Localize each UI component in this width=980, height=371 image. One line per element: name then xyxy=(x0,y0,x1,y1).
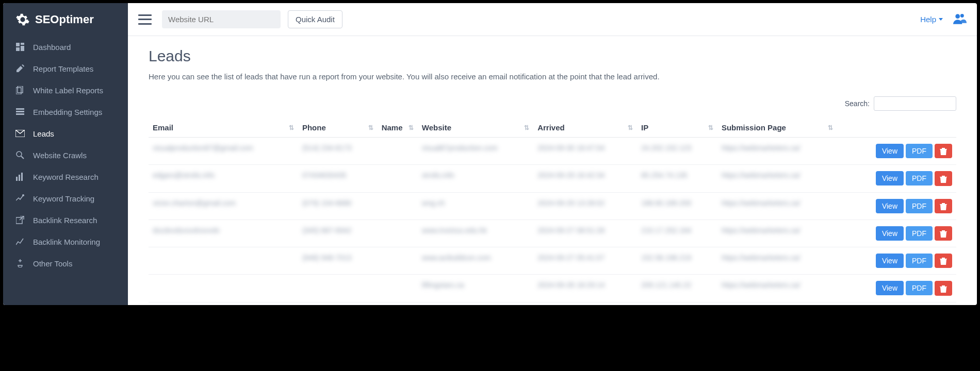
table-row: (948) 948-7013www.acibuildcon.com2024-09… xyxy=(149,247,956,275)
pdf-button[interactable]: PDF xyxy=(906,254,933,268)
sidebar-item-label: Other Tools xyxy=(33,259,72,268)
sidebar-item-white-label-reports[interactable]: White Label Reports xyxy=(3,79,128,101)
cell-arrived: 2024-09-27 05:41:07 xyxy=(533,247,637,275)
sidebar-item-label: Keyword Research xyxy=(33,173,99,181)
cell-phone xyxy=(298,275,378,302)
table-row: visualproduction87@gmail.com(514) 234-81… xyxy=(149,138,956,165)
bar-chart-icon xyxy=(15,172,25,181)
column-header[interactable]: Submission Page⇅ xyxy=(717,118,837,138)
hamburger-icon[interactable] xyxy=(138,14,152,25)
users-icon[interactable] xyxy=(953,13,967,26)
cell-ip: 152.58.198.219 xyxy=(637,247,717,275)
view-button[interactable]: View xyxy=(876,171,904,185)
cell-name xyxy=(378,165,418,192)
column-header[interactable]: Website⇅ xyxy=(418,118,533,138)
trash-icon xyxy=(940,258,947,265)
sidebar-item-leads[interactable]: Leads xyxy=(3,123,128,144)
column-label: Phone xyxy=(302,123,326,132)
view-button[interactable]: View xyxy=(876,226,904,241)
cell-website: strolis.info xyxy=(418,165,533,192)
delete-button[interactable] xyxy=(935,226,952,241)
pdf-button[interactable]: PDF xyxy=(906,144,933,158)
sidebar-item-embedding-settings[interactable]: Embedding Settings xyxy=(3,101,128,123)
svg-rect-7 xyxy=(16,111,24,112)
column-label: Name xyxy=(382,123,403,132)
view-button[interactable]: View xyxy=(876,199,904,213)
cell-name xyxy=(378,220,418,247)
help-label: Help xyxy=(920,15,936,24)
quick-audit-button[interactable]: Quick Audit xyxy=(288,10,342,28)
line-chart-icon xyxy=(15,237,25,246)
cell-arrived: 2024-09-26 18:29:14 xyxy=(533,275,637,302)
svg-point-17 xyxy=(955,14,960,19)
cell-actions: ViewPDF xyxy=(837,220,956,247)
cell-actions: ViewPDF xyxy=(837,138,956,165)
view-button[interactable]: View xyxy=(876,254,904,268)
gear-icon xyxy=(15,12,30,27)
cell-submission: https://webmarketers.ca/ xyxy=(717,220,837,247)
help-dropdown[interactable]: Help xyxy=(920,15,943,24)
trash-icon xyxy=(940,285,947,293)
cell-website: wng.ch xyxy=(418,192,533,220)
cell-actions: ViewPDF xyxy=(837,192,956,220)
sidebar-item-dashboard[interactable]: Dashboard xyxy=(3,36,128,58)
svg-rect-12 xyxy=(16,177,18,181)
brand-logo[interactable]: SEOptimer xyxy=(3,3,128,36)
delete-button[interactable] xyxy=(935,144,952,158)
sort-icon: ⇅ xyxy=(628,125,633,131)
cell-submission: https://webmarketers.ca/ xyxy=(717,138,837,165)
cell-arrived: 2024-09-27 08:51:28 xyxy=(533,220,637,247)
column-header[interactable]: Email⇅ xyxy=(149,118,298,138)
table-row: liftingstars.ca2024-09-26 18:29:14209.12… xyxy=(149,275,956,302)
delete-button[interactable] xyxy=(935,254,952,268)
sidebar-item-label: Backlink Monitoring xyxy=(33,238,100,246)
sidebar-item-backlink-monitoring[interactable]: Backlink Monitoring xyxy=(3,231,128,252)
column-header[interactable]: Phone⇅ xyxy=(298,118,378,138)
cell-ip: 209.121.140.22 xyxy=(637,275,717,302)
dashboard-icon xyxy=(15,42,25,52)
sidebar-item-keyword-research[interactable]: Keyword Research xyxy=(3,166,128,188)
column-header[interactable]: IP⇅ xyxy=(637,118,717,138)
cell-website: visual87production.com xyxy=(418,138,533,165)
cell-actions: ViewPDF xyxy=(837,165,956,192)
search-input[interactable] xyxy=(874,96,956,111)
cell-email xyxy=(149,275,298,302)
cell-arrived: 2024-09-29 16:42:34 xyxy=(533,165,637,192)
cell-arrived: 2024-09-30 18:47:04 xyxy=(533,138,637,165)
delete-button[interactable] xyxy=(935,281,952,295)
header: Quick Audit Help xyxy=(128,3,977,36)
sort-icon: ⇅ xyxy=(368,125,373,131)
view-button[interactable]: View xyxy=(876,281,904,295)
website-url-input[interactable] xyxy=(162,10,281,28)
cell-actions: ViewPDF xyxy=(837,275,956,302)
svg-rect-3 xyxy=(16,47,20,51)
sidebar-item-label: Embedding Settings xyxy=(33,108,102,116)
cell-email: victor.charton@gmail.com xyxy=(149,192,298,220)
column-header[interactable]: Name⇅ xyxy=(378,118,418,138)
column-label: IP xyxy=(641,123,648,132)
trash-icon xyxy=(940,148,947,155)
sidebar-item-other-tools[interactable]: Other Tools xyxy=(3,252,128,274)
sidebar-item-label: Report Templates xyxy=(33,64,93,73)
sidebar-item-website-crawls[interactable]: Website Crawls xyxy=(3,144,128,166)
tools-icon xyxy=(15,259,25,268)
cell-actions: ViewPDF xyxy=(837,247,956,275)
pdf-button[interactable]: PDF xyxy=(906,199,933,213)
sidebar-item-report-templates[interactable]: Report Templates xyxy=(3,58,128,79)
view-button[interactable]: View xyxy=(876,144,904,158)
delete-button[interactable] xyxy=(935,199,952,213)
sort-icon: ⇅ xyxy=(708,125,713,131)
sidebar-item-backlink-research[interactable]: Backlink Research xyxy=(3,209,128,231)
pdf-button[interactable]: PDF xyxy=(906,226,933,241)
delete-button[interactable] xyxy=(935,171,952,185)
pdf-button[interactable]: PDF xyxy=(906,281,933,295)
sort-icon: ⇅ xyxy=(409,125,414,131)
page-description: Here you can see the list of leads that … xyxy=(149,72,956,81)
sidebar: SEOptimer DashboardReport TemplatesWhite… xyxy=(3,3,128,305)
cell-phone: (079) 104-6680 xyxy=(298,192,378,220)
pdf-button[interactable]: PDF xyxy=(906,171,933,185)
table-row: dscdxvdsvsvdvsvvdv(345) 687-6942www.invi… xyxy=(149,220,956,247)
svg-rect-8 xyxy=(16,113,24,115)
column-header[interactable]: Arrived⇅ xyxy=(533,118,637,138)
sidebar-item-keyword-tracking[interactable]: Keyword Tracking xyxy=(3,188,128,209)
